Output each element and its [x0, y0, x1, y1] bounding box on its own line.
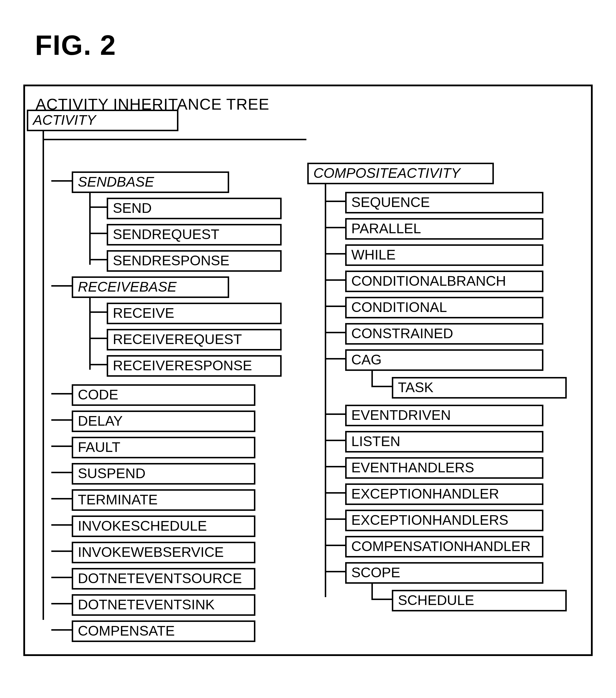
node-sendresponse: SENDRESPONSE [107, 250, 282, 272]
node-scope: SCOPE [345, 562, 543, 584]
node-eventdriven: EVENTDRIVEN [345, 405, 543, 426]
node-terminate: TERMINATE [72, 489, 255, 511]
node-compensate: COMPENSATE [72, 620, 255, 642]
node-sendrequest: SENDREQUEST [107, 224, 282, 246]
figure-label: FIG. 2 [35, 29, 593, 61]
inheritance-tree-panel: ACTIVITY INHERITANCE TREE ACTIVITY SENDB… [23, 85, 593, 656]
node-task: TASK [392, 377, 567, 399]
node-invokewebservice: INVOKEWEBSERVICE [72, 542, 255, 563]
node-schedule: SCHEDULE [392, 590, 567, 611]
node-receive: RECEIVE [107, 303, 282, 324]
node-sequence: SEQUENCE [345, 192, 543, 213]
node-parallel: PARALLEL [345, 218, 543, 240]
node-send: SEND [107, 198, 282, 219]
node-dotneteventsource: DOTNETEVENTSOURCE [72, 568, 255, 589]
node-receiveresponse: RECEIVERESPONSE [107, 355, 282, 377]
node-dotneteventsink: DOTNETEVENTSINK [72, 594, 255, 616]
node-suspend: SUSPEND [72, 463, 255, 485]
node-compensationhandler: COMPENSATIONHANDLER [345, 536, 543, 557]
node-constrained: CONSTRAINED [345, 323, 543, 345]
right-column: COMPOSITEACTIVITY SEQUENCE PARALLEL WHIL… [307, 119, 582, 644]
node-exceptionhandler: EXCEPTIONHANDLER [345, 484, 543, 505]
node-cag: CAG [345, 349, 543, 371]
node-receiverequest: RECEIVEREQUEST [107, 329, 282, 350]
node-while: WHILE [345, 244, 543, 266]
left-column: SENDBASE SEND SENDREQUEST SENDRESPONSE R… [34, 119, 296, 644]
node-code: CODE [72, 384, 255, 406]
node-sendbase: SENDBASE [72, 171, 229, 193]
node-exceptionhandlers: EXCEPTIONHANDLERS [345, 509, 543, 531]
node-fault: FAULT [72, 437, 255, 458]
node-receivebase: RECEIVEBASE [72, 276, 229, 298]
node-delay: DELAY [72, 410, 255, 432]
node-compositeactivity: COMPOSITEACTIVITY [307, 163, 494, 184]
node-conditional: CONDITIONAL [345, 297, 543, 318]
node-invokeschedule: INVOKESCHEDULE [72, 516, 255, 537]
node-conditionalbranch: CONDITIONALBRANCH [345, 270, 543, 292]
node-eventhandlers: EVENTHANDLERS [345, 457, 543, 479]
node-listen: LISTEN [345, 431, 543, 452]
